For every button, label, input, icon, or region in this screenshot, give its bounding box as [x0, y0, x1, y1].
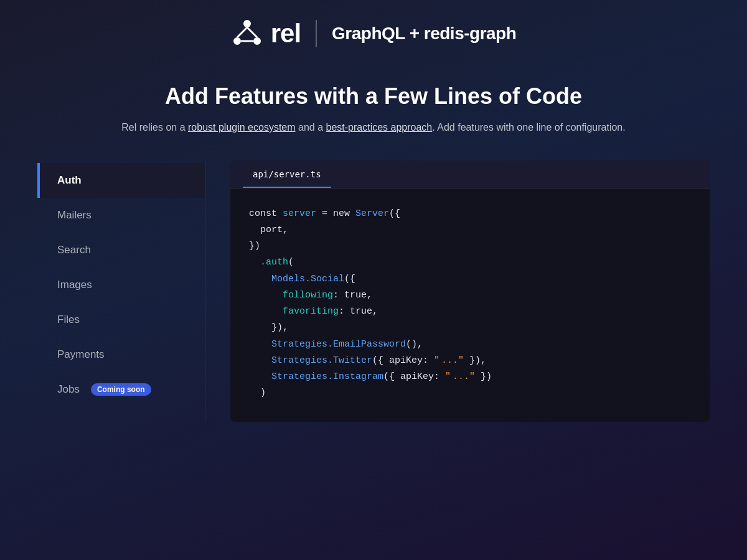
sidebar-item-mailers-label: Mailers	[57, 209, 92, 222]
code-line-4: .auth(	[249, 254, 691, 271]
svg-point-2	[253, 37, 261, 45]
sidebar-item-search-label: Search	[57, 244, 91, 256]
svg-line-4	[247, 27, 257, 37]
hero-desc-prefix: Rel relies on a	[121, 122, 188, 133]
sidebar-item-payments[interactable]: Payments	[37, 337, 205, 372]
sidebar-item-files-label: Files	[57, 314, 80, 326]
hero-desc-middle: and a	[296, 122, 326, 133]
code-line-12: )	[249, 385, 691, 401]
code-tab-server[interactable]: api/server.ts	[243, 161, 331, 188]
sidebar-item-jobs[interactable]: Jobs Coming soon	[37, 372, 205, 407]
header-subtitle: GraphQL + redis-graph	[332, 24, 516, 44]
hero-description: Rel relies on a robust plugin ecosystem …	[0, 119, 747, 136]
code-line-1: const server = new Server({	[249, 206, 691, 222]
main-content: Auth Mailers Search Images Files Payment…	[0, 161, 747, 422]
hero-link-plugin[interactable]: robust plugin ecosystem	[188, 122, 296, 133]
hero-desc-suffix: . Add features with one line of configur…	[432, 122, 625, 133]
logo-text: rel	[271, 19, 301, 49]
sidebar: Auth Mailers Search Images Files Payment…	[37, 161, 205, 422]
sidebar-item-files[interactable]: Files	[37, 302, 205, 337]
sidebar-item-search[interactable]: Search	[37, 233, 205, 268]
coming-soon-badge: Coming soon	[91, 383, 151, 396]
sidebar-item-mailers[interactable]: Mailers	[37, 198, 205, 233]
code-line-10: Strategies.Twitter({ apiKey: " ..." }),	[249, 353, 691, 369]
code-line-3: })	[249, 238, 691, 254]
code-panel: api/server.ts const server = new Server(…	[205, 161, 710, 422]
svg-point-1	[233, 37, 241, 45]
code-line-11: Strategies.Instagram({ apiKey: " ..." })	[249, 369, 691, 385]
hero-title: Add Features with a Few Lines of Code	[0, 83, 747, 110]
sidebar-item-auth-label: Auth	[57, 174, 82, 187]
svg-point-0	[243, 20, 251, 27]
code-line-5: Models.Social({	[249, 271, 691, 287]
code-line-6: following: true,	[249, 287, 691, 304]
sidebar-item-images[interactable]: Images	[37, 268, 205, 302]
code-body: const server = new Server({ port, }) .au…	[230, 189, 710, 422]
sidebar-item-auth[interactable]: Auth	[37, 163, 205, 198]
hero-link-practices[interactable]: best-practices approach	[326, 122, 433, 133]
code-tab-bar: api/server.ts	[230, 161, 710, 189]
sidebar-item-payments-label: Payments	[57, 348, 105, 361]
hero-section: Add Features with a Few Lines of Code Re…	[0, 65, 747, 161]
code-line-9: Strategies.EmailPassword(),	[249, 337, 691, 353]
header: rel GraphQL + redis-graph	[0, 0, 747, 65]
code-line-2: port,	[249, 222, 691, 238]
code-line-7: favoriting: true,	[249, 304, 691, 320]
svg-line-3	[237, 27, 247, 37]
logo-area: rel	[231, 17, 301, 50]
header-divider	[316, 20, 317, 47]
sidebar-item-jobs-label: Jobs	[57, 383, 80, 396]
code-line-8: }),	[249, 320, 691, 336]
sidebar-item-images-label: Images	[57, 279, 92, 291]
code-container: api/server.ts const server = new Server(…	[230, 161, 710, 422]
logo-icon	[231, 17, 263, 50]
